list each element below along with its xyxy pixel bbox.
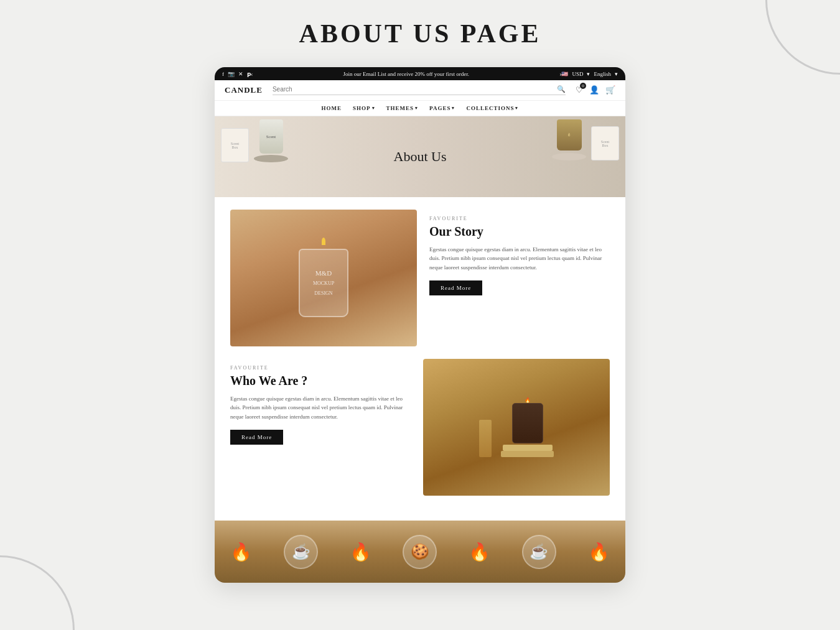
- page-title-wrap: ABOUT US PAGE: [0, 19, 840, 49]
- who-section: FAVOURITE Who We Are ? Egestas congue qu…: [230, 359, 610, 496]
- candle-label-decor: M&DMOCKUPDESIGN: [313, 269, 334, 297]
- menu-themes[interactable]: THEMES ▾: [386, 105, 419, 111]
- strip-item-3: ☕: [522, 535, 556, 569]
- who-book2: [501, 451, 554, 457]
- who-candle-jar: [512, 403, 543, 443]
- story-body: Egestas congue quisque egestas diam in a…: [429, 245, 610, 272]
- search-icon[interactable]: 🔍: [557, 85, 566, 93]
- hero-right-products: 🕯 ScentBox: [552, 119, 619, 160]
- nav-bar: CANDLE 🔍 ♡ 0 👤 🛒: [215, 80, 625, 101]
- deco-bottom-left: [0, 555, 75, 630]
- facebook-icon[interactable]: f: [222, 71, 224, 77]
- page-title: ABOUT US PAGE: [0, 19, 840, 49]
- twitter-icon[interactable]: ✕: [238, 71, 243, 77]
- search-bar[interactable]: 🔍: [273, 85, 566, 95]
- strip-item-1: ☕: [284, 535, 318, 569]
- flame-decor: [322, 238, 325, 245]
- who-body: Egestas congue quisque egestas diam in a…: [230, 394, 411, 421]
- menu-shop[interactable]: SHOP ▾: [353, 105, 375, 111]
- hero-left-products: ScentBox Scent: [221, 119, 288, 162]
- hero-banner: ScentBox Scent About Us 🕯 ScentBox: [215, 116, 625, 197]
- story-image: M&DMOCKUPDESIGN: [230, 210, 417, 346]
- browser-mockup: f 📷 ✕ 𝗽 ‹ Join our Email List and receiv…: [215, 67, 625, 583]
- who-scene: 🔥: [479, 397, 554, 457]
- themes-chevron: ▾: [415, 106, 418, 111]
- story-section: M&DMOCKUPDESIGN FAVOURITE Our Story Eges…: [230, 210, 610, 346]
- ann-right: 🇺🇸 USD ▾ English ▾: [561, 71, 618, 77]
- hero-plate: [552, 153, 586, 160]
- hero-stone: [254, 155, 288, 162]
- strip-flame-left: 🔥: [230, 542, 252, 562]
- announcement-bar: f 📷 ✕ 𝗽 ‹ Join our Email List and receiv…: [215, 67, 625, 80]
- who-candle-stack: 🔥: [501, 397, 554, 457]
- story-title: Our Story: [429, 225, 610, 239]
- content-section: M&DMOCKUPDESIGN FAVOURITE Our Story Eges…: [215, 197, 625, 521]
- menu-bar: HOME SHOP ▾ THEMES ▾ PAGES ▾ COLLECTIONS…: [215, 101, 625, 116]
- candle-body-decor: M&DMOCKUPDESIGN: [299, 249, 348, 317]
- currency-label[interactable]: USD: [572, 71, 583, 77]
- menu-pages[interactable]: PAGES ▾: [429, 105, 455, 111]
- who-label: FAVOURITE: [230, 365, 411, 371]
- flag-icon: 🇺🇸: [561, 71, 568, 77]
- ann-chevron-currency: ▾: [587, 71, 590, 77]
- who-scene-elements: 🔥: [479, 397, 554, 457]
- hero-box-right: ScentBox: [591, 126, 619, 160]
- strip-flame-mid: 🔥: [350, 542, 371, 562]
- who-plant-vase: [479, 420, 492, 457]
- story-candle-decor: M&DMOCKUPDESIGN: [299, 239, 348, 317]
- hero-jar-left: Scent: [259, 119, 283, 154]
- language-label[interactable]: English: [594, 71, 611, 77]
- ann-chevron-language: ▾: [615, 71, 618, 77]
- nav-icons: ♡ 0 👤 🛒: [576, 85, 615, 95]
- strip-item-2: 🍪: [403, 535, 437, 569]
- wishlist-icon[interactable]: ♡ 0: [576, 85, 583, 95]
- account-icon[interactable]: 👤: [589, 85, 599, 95]
- story-image-inner: M&DMOCKUPDESIGN: [230, 210, 417, 346]
- wishlist-badge: 0: [580, 83, 586, 89]
- pages-chevron: ▾: [452, 106, 455, 111]
- who-content: FAVOURITE Who We Are ? Egestas congue qu…: [230, 359, 411, 445]
- who-book1: [503, 445, 553, 451]
- cart-icon[interactable]: 🛒: [605, 85, 615, 95]
- story-label: FAVOURITE: [429, 216, 610, 221]
- story-content: FAVOURITE Our Story Egestas congue quisq…: [429, 210, 610, 295]
- who-read-more-button[interactable]: Read More: [230, 430, 283, 445]
- hero-title: About Us: [394, 149, 447, 165]
- menu-collections[interactable]: COLLECTIONS ▾: [466, 105, 518, 111]
- menu-home[interactable]: HOME: [322, 105, 342, 111]
- hero-jar-gold: 🕯: [557, 119, 582, 151]
- candle-strip: 🔥 ☕ 🔥 🍪 🔥 ☕ 🔥: [215, 521, 625, 583]
- site-logo[interactable]: CANDLE: [225, 85, 263, 95]
- strip-circle-3: ☕: [522, 535, 556, 569]
- strip-flame-right: 🔥: [469, 542, 490, 562]
- announcement-text: Join our Email List and receive 20% off …: [253, 71, 559, 77]
- who-image-inner: 🔥: [423, 359, 610, 496]
- strip-flame-far-right: 🔥: [588, 542, 610, 562]
- shop-chevron: ▾: [372, 106, 375, 111]
- strip-circle-1: ☕: [284, 535, 318, 569]
- hero-box-left: ScentBox: [221, 128, 249, 162]
- story-read-more-button[interactable]: Read More: [429, 280, 482, 295]
- search-input[interactable]: [273, 86, 557, 93]
- strip-circle-2: 🍪: [403, 535, 437, 569]
- social-links: f 📷 ✕ 𝗽: [222, 71, 251, 77]
- collections-chevron: ▾: [515, 106, 518, 111]
- who-title: Who We Are ?: [230, 374, 411, 388]
- who-image: 🔥: [423, 359, 610, 496]
- instagram-icon[interactable]: 📷: [228, 71, 235, 77]
